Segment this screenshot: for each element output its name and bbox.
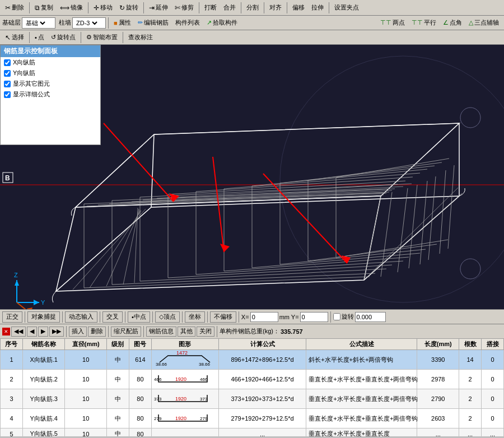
cp-item-x-rebar[interactable]: X向纵筋 xyxy=(1,57,100,68)
three-point-axis-label: 三点辅轴 xyxy=(474,18,499,27)
align-button[interactable]: 对齐 xyxy=(267,2,284,13)
vertex-button[interactable]: ◇ 顶点 xyxy=(155,311,180,323)
cell-count: 2 xyxy=(459,389,482,409)
punch-button[interactable]: 打断 xyxy=(202,2,220,13)
layer-combo[interactable]: 基础 xyxy=(22,17,55,29)
cell-splice: 0 xyxy=(482,389,504,409)
attribute-button[interactable]: ■ 属性 xyxy=(111,17,134,29)
midpoint-button[interactable]: • 中点 xyxy=(128,311,150,323)
two-point-button[interactable]: ⊤⊤ 两点 xyxy=(377,17,408,29)
y-rebar-checkbox[interactable] xyxy=(4,70,11,77)
show-other-label: 显示其它图元 xyxy=(13,80,50,88)
layer-select[interactable]: 基础 xyxy=(24,18,47,28)
table-row[interactable]: 1 X向纵筋.1 10 中 614 38.66 1472 38.66 896+1… xyxy=(1,350,504,370)
rotate-input[interactable] xyxy=(355,312,386,322)
trim-button[interactable]: ✄ 修剪 xyxy=(172,2,197,13)
close-button[interactable]: 关闭 xyxy=(197,327,214,337)
svg-text:B: B xyxy=(5,174,10,182)
move-button[interactable]: ✛ 移动 xyxy=(91,2,115,13)
setclip-button[interactable]: 设置夹点 xyxy=(332,2,362,13)
x-rebar-checkbox[interactable] xyxy=(4,59,11,66)
nav-last-button[interactable]: ▶▶ xyxy=(49,327,64,337)
parallel-button[interactable]: ⊤⊤ 平行 xyxy=(409,17,439,29)
nav-prev-button[interactable]: ◀ xyxy=(27,327,37,337)
type-combo[interactable]: ZD-3 xyxy=(72,17,106,29)
delete-button[interactable]: ✂ 删除 xyxy=(2,2,27,13)
cell-length: 2978 xyxy=(417,370,459,389)
merge-button[interactable]: 合并 xyxy=(221,2,239,13)
cp-item-show-formula[interactable]: 显示详细公式 xyxy=(1,89,100,100)
svg-text:466: 466 xyxy=(154,377,162,382)
pull-label: 拉伸 xyxy=(311,3,324,12)
trim-icon: ✄ xyxy=(175,4,180,12)
two-point-label: 两点 xyxy=(393,18,405,27)
cell-shape xyxy=(151,428,218,437)
x-input[interactable] xyxy=(250,312,278,322)
smart-layout-button[interactable]: ⚙ 智能布置 xyxy=(83,31,120,43)
insert-button[interactable]: 插入 xyxy=(69,327,87,337)
ortho-button[interactable]: 正交 xyxy=(2,311,22,323)
table-row[interactable]: 4 Y向纵筋.4 10 中 80 279 1920 279 279+1920+2… xyxy=(1,409,504,428)
table-row[interactable]: 5 Y向纵筋.5 10 中 80 ... 垂直长度+水平长度+垂直长度 ... … xyxy=(1,428,504,437)
y-input[interactable] xyxy=(300,312,328,322)
component-list-button[interactable]: 构件列表 xyxy=(172,17,203,29)
nav-next-button[interactable]: ▶ xyxy=(38,327,48,337)
cell-description: 垂直长度+水平长度+垂直长度+两倍弯钩 xyxy=(306,389,417,409)
coordinate-button[interactable]: 坐标 xyxy=(185,311,205,323)
offset-button[interactable]: 偏移 xyxy=(290,2,307,13)
no-snap-button[interactable]: 不偏移 xyxy=(210,311,236,323)
table-row[interactable]: 2 Y向纵筋.2 10 中 80 466 1920 466 466+1920+4… xyxy=(1,370,504,389)
cell-splice: 0 xyxy=(482,370,504,389)
extend-button[interactable]: ⇥ 延伸 xyxy=(146,2,171,13)
split-label: 分割 xyxy=(246,3,259,12)
type-select[interactable]: ZD-3 xyxy=(74,18,99,28)
svg-text:1920: 1920 xyxy=(175,416,186,421)
other-button[interactable]: 其他 xyxy=(178,327,195,337)
pull-button[interactable]: 拉伸 xyxy=(309,2,326,13)
pick-component-button[interactable]: ↗ 拾取构件 xyxy=(204,17,240,29)
rotate-point-button[interactable]: ↺ 旋转点 xyxy=(48,31,78,43)
sep8 xyxy=(329,2,329,13)
cp-item-show-other[interactable]: 显示其它图元 xyxy=(1,78,100,89)
cell-formula: 373+1920+373+12.5*d xyxy=(218,389,306,409)
mirror-icon: ⟺ xyxy=(60,4,69,12)
show-formula-checkbox[interactable] xyxy=(4,91,11,98)
rotate-checkbox[interactable] xyxy=(333,313,340,320)
cell-seq: 1 xyxy=(1,350,23,370)
delete-rebar-button[interactable]: 删除 xyxy=(88,327,106,337)
object-snap-button[interactable]: 对象捕捉 xyxy=(27,311,60,323)
cell-diameter: 10 xyxy=(65,409,107,428)
svg-text:373: 373 xyxy=(154,397,162,402)
edit-rebar-button[interactable]: ✏ 编辑钢筋 xyxy=(135,17,171,29)
mirror-button[interactable]: ⟺ 镜像 xyxy=(57,2,86,13)
point-button[interactable]: • 点 xyxy=(32,31,47,43)
cp-item-y-rebar[interactable]: Y向纵筋 xyxy=(1,68,100,78)
cp-empty-area xyxy=(1,100,100,145)
cell-seq: 4 xyxy=(1,409,23,428)
rebar-info-button[interactable]: 钢筋信息 xyxy=(146,327,176,337)
svg-text:373: 373 xyxy=(200,397,208,402)
scale-layout-button[interactable]: 缩尺配筋 xyxy=(111,327,141,337)
sep10 xyxy=(29,32,30,43)
dynamic-input-button[interactable]: 动态输入 xyxy=(65,311,97,323)
svg-text:1920: 1920 xyxy=(175,376,186,382)
three-point-axis-button[interactable]: △ 三点辅轴 xyxy=(466,17,502,29)
copy-button[interactable]: ⧉ 复制 xyxy=(32,2,56,13)
show-other-checkbox[interactable] xyxy=(4,81,11,87)
cell-diameter: 10 xyxy=(65,428,107,437)
cell-grade: 中 xyxy=(106,409,129,428)
select-button[interactable]: ↖ 选择 xyxy=(2,31,27,43)
point-angle-button[interactable]: ∠ 点角 xyxy=(440,17,465,29)
delete-icon: ✂ xyxy=(5,4,11,12)
nav-first-button[interactable]: ◀◀ xyxy=(11,327,26,337)
rotate-button[interactable]: ↻ 旋转 xyxy=(116,2,141,13)
svg-text:38.66: 38.66 xyxy=(156,362,167,367)
check-annotation-button[interactable]: 查改标注 xyxy=(125,31,156,43)
cell-shape: 373 1920 373 xyxy=(151,389,218,409)
intersection-button[interactable]: 交叉 xyxy=(102,311,123,323)
edit-rebar-icon: ✏ xyxy=(138,19,143,26)
cell-name: Y向纵筋.2 xyxy=(22,370,64,389)
table-row[interactable]: 3 Y向纵筋.3 10 中 80 373 1920 373 373+1920+3… xyxy=(1,389,504,409)
split-button[interactable]: 分割 xyxy=(244,2,262,13)
cell-formula: ... xyxy=(218,428,306,437)
